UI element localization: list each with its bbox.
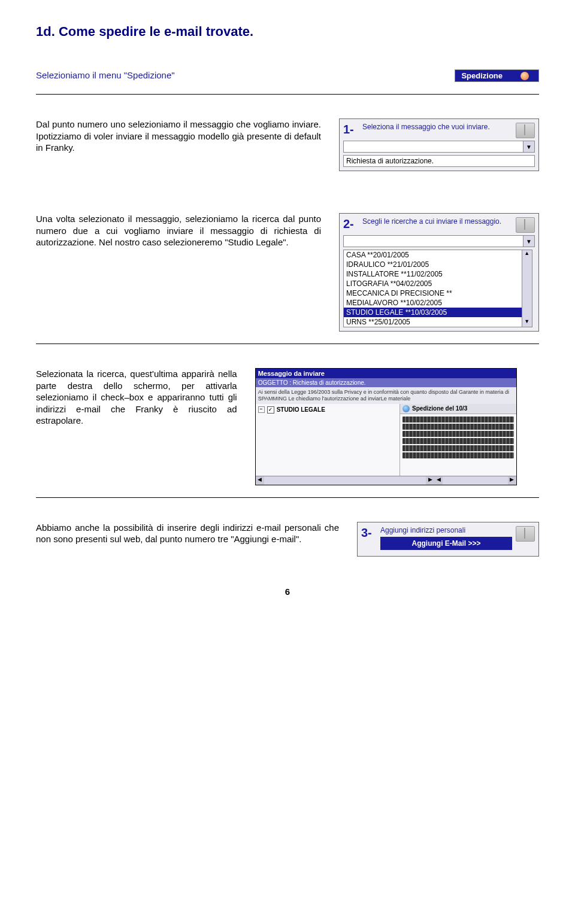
- message-panel-body: Ai sensi della Legge 196/2003 sulla Priv…: [256, 387, 516, 404]
- message-panel-title: Messaggio da inviare: [256, 369, 516, 378]
- step1-text: Seleziona il messaggio che vuoi inviare.: [362, 123, 512, 131]
- list-item[interactable]: MECCANICA DI PRECISIONE **: [344, 288, 522, 298]
- section1-text: Selezioniamo il menu "Spedizione": [36, 69, 437, 81]
- message-right-header-label: Spedizione del 10/3: [412, 405, 467, 412]
- step2-dropdown-value: [344, 236, 523, 247]
- globe-icon: [402, 405, 410, 412]
- book-icon: [516, 123, 535, 138]
- list-item: [402, 438, 514, 444]
- step3-box: 3- Aggiungi indirizzi personali Aggiungi…: [357, 522, 539, 557]
- step1-dropdown[interactable]: ▼: [343, 141, 535, 153]
- step1-number: 1-: [343, 123, 359, 136]
- page-number: 6: [36, 586, 539, 597]
- list-item: [402, 424, 514, 430]
- list-item[interactable]: LITOGRAFIA **04/02/2005: [344, 279, 522, 288]
- list-item: [402, 431, 514, 437]
- list-item: [402, 452, 514, 458]
- message-right-header: Spedizione del 10/3: [400, 404, 516, 414]
- page-title: 1d. Come spedire le e-mail trovate.: [36, 24, 539, 39]
- list-item[interactable]: CASA **20/01/2005: [344, 250, 522, 260]
- message-tree[interactable]: − ✓ STUDIO LEGALE: [256, 404, 400, 476]
- scroll-down-icon[interactable]: ▼: [522, 318, 532, 327]
- scroll-up-icon[interactable]: ▲: [522, 250, 532, 259]
- step3-number: 3-: [361, 526, 377, 540]
- globe-icon: [520, 72, 529, 80]
- list-item: [402, 445, 514, 451]
- step2-listbox[interactable]: CASA **20/01/2005IDRAULICO **21/01/2005I…: [343, 250, 532, 327]
- list-item[interactable]: IDRAULICO **21/01/2005: [344, 260, 522, 269]
- list-item[interactable]: STUDIO LEGALE **10/03/2005: [344, 308, 522, 317]
- step1-box: 1- Seleziona il messaggio che vuoi invia…: [339, 118, 539, 171]
- book-icon: [516, 526, 535, 542]
- section4-text: Selezionata la ricerca, quest'ultima app…: [36, 368, 237, 427]
- message-right-panel: Spedizione del 10/3: [400, 404, 516, 476]
- scroll-right-icon[interactable]: ▶: [508, 476, 516, 485]
- book-icon: [516, 217, 535, 233]
- spedizione-button[interactable]: Spedizione: [455, 69, 539, 82]
- divider: [36, 344, 539, 344]
- section5-text: Abbiamo anche la possibilità di inserire…: [36, 522, 339, 545]
- step2-dropdown[interactable]: ▼: [343, 235, 535, 247]
- scroll-right-icon[interactable]: ▶: [426, 476, 434, 485]
- spedizione-button-label: Spedizione: [461, 71, 503, 80]
- message-panel: Messaggio da inviare OGGETTO : Richiesta…: [255, 368, 517, 485]
- message-panel-subject: OGGETTO : Richiesta di autorizzazione.: [256, 378, 516, 387]
- list-item[interactable]: INSTALLATORE **11/02/2005: [344, 269, 522, 279]
- step2-text: Scegli le ricerche a cui inviare il mess…: [362, 217, 512, 226]
- list-item[interactable]: URNS **25/01/2005: [344, 317, 522, 327]
- email-list: [400, 414, 516, 461]
- tree-expand-icon[interactable]: −: [258, 406, 265, 413]
- step2-box: 2- Scegli le ricerche a cui inviare il m…: [339, 213, 539, 332]
- step3-text: Aggiungi indirizzi personali: [380, 526, 512, 534]
- add-email-button[interactable]: Aggiungi E-Mail >>>: [380, 537, 512, 550]
- section2-text: Dal punto numero uno selezioniamo il mes…: [36, 118, 321, 154]
- step1-dropdown-value: [344, 141, 523, 152]
- tree-label: STUDIO LEGALE: [277, 406, 325, 413]
- divider: [36, 94, 539, 95]
- list-item: [402, 417, 514, 423]
- divider: [36, 497, 539, 498]
- scroll-left-icon[interactable]: ◀: [256, 476, 264, 485]
- scroll-left-icon[interactable]: ◀: [434, 476, 443, 485]
- tree-checkbox[interactable]: ✓: [267, 406, 274, 414]
- step2-number: 2-: [343, 217, 359, 231]
- section3-text: Una volta selezionato il messaggio, sele…: [36, 213, 321, 248]
- step1-field: Richiesta di autorizzazione.: [343, 155, 535, 167]
- list-item[interactable]: MEDIALAVORO **10/02/2005: [344, 298, 522, 308]
- scrollbar[interactable]: ▲ ▼: [522, 250, 532, 327]
- chevron-down-icon[interactable]: ▼: [523, 236, 534, 247]
- horizontal-scrollbar[interactable]: ◀ ▶ ◀ ▶: [256, 476, 516, 485]
- chevron-down-icon[interactable]: ▼: [523, 141, 534, 152]
